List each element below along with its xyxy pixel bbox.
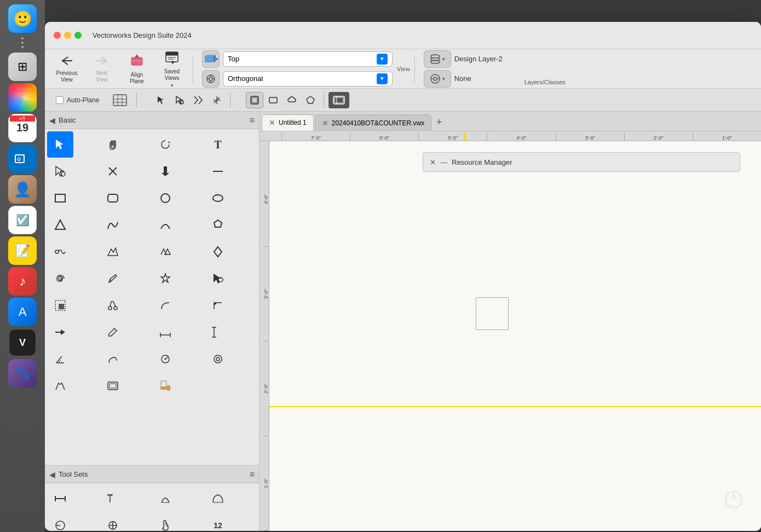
view-settings-icon-btn[interactable] [202,70,220,88]
tool-circle[interactable] [152,185,178,211]
dock-dots [21,35,24,50]
drawing-content: 4'-0" 3'-0" 2'-0" 1'-0" ✕ — Resource Man… [260,141,761,531]
tool-polygon[interactable] [205,212,231,238]
align-plane-button[interactable]: AlignPlane [120,51,153,87]
tool-bezier[interactable] [100,212,126,238]
view-3d-icon-btn[interactable]: ▾ [202,50,220,68]
tool-select2[interactable] [205,265,231,292]
maximize-button[interactable] [74,32,82,39]
tool-corner[interactable] [205,292,231,319]
auto-plane-checkbox[interactable] [56,96,64,104]
tool-paint[interactable] [152,373,178,399]
canvas[interactable]: ✕ — Resource Manager [269,141,761,531]
resource-manager-close-btn[interactable]: ✕ [430,158,436,166]
snap-btn-axis[interactable] [208,92,226,108]
toolset-number[interactable]: 12 [205,512,231,531]
tool-measure[interactable] [152,346,178,372]
snap-btn-arrows[interactable] [171,92,188,108]
tab-counter-close[interactable]: ✕ [322,119,328,127]
dock-launchpad[interactable]: ⊞ [8,53,37,81]
tool-arc[interactable] [152,212,178,238]
tools-menu-icon[interactable]: ≡ [250,115,255,125]
dock-contacts[interactable]: 👤 [8,175,37,204]
tools-sets-collapse-icon[interactable]: ◀ [49,470,55,479]
tool-ring[interactable] [205,346,231,372]
tab-untitled-close[interactable]: ✕ [269,119,275,126]
dock-reminders[interactable]: ☑️ [8,206,37,234]
toolset-circle[interactable] [47,512,73,531]
tool-select-arrow[interactable] [47,158,73,184]
dock-outlook[interactable]: O [8,144,37,173]
tool-pencil[interactable] [100,265,126,292]
dock-calendar[interactable]: 4月 19 [8,114,37,142]
toolset-dim-h[interactable] [47,485,73,512]
view-ortho-dropdown[interactable]: Orthogonal ▾ [223,71,393,86]
snap-btn-special[interactable] [328,92,349,108]
tool-eraser[interactable] [100,319,126,345]
tool-select-box[interactable] [47,292,73,319]
snap-btn-cloud[interactable] [283,92,301,108]
snap-btn-rect[interactable] [264,92,282,108]
ruler-v-4: 4'-0" [263,152,269,247]
dock-vectorworks[interactable]: V [8,328,37,357]
tool-spiral[interactable] [47,265,73,292]
tool-star[interactable] [152,265,178,292]
tool-cut[interactable] [100,292,126,319]
tool-rounded-rect[interactable] [100,185,126,211]
tool-arc2[interactable] [152,239,178,265]
tool-cross[interactable] [100,158,126,184]
tool-tv[interactable] [100,373,126,399]
dock-appstore[interactable]: A [8,298,37,326]
dock-notes[interactable]: 📝 [8,236,37,265]
tab-counter[interactable]: ✕ 20240410BOT&COUNTER.vwx [315,114,431,131]
tool-line[interactable] [205,158,231,184]
tool-dim-h[interactable] [152,319,178,345]
previous-view-button[interactable]: PreviousView [50,53,83,85]
tool-pointer[interactable] [47,131,73,158]
toolset-target[interactable] [100,512,126,531]
dock-finder[interactable]: 🙂 [8,4,37,33]
tool-ellipse[interactable] [205,185,231,211]
tool-rotate[interactable] [152,131,178,158]
toolset-arch[interactable] [205,485,231,512]
next-view-button[interactable]: NextView [85,53,118,85]
minimize-button[interactable] [64,32,71,39]
snap-btn-extend[interactable] [189,92,207,108]
tab-untitled[interactable]: ✕ Untitled 1 [262,114,314,131]
close-button[interactable] [54,32,61,39]
saved-views-button[interactable]: SavedViews ▾ [155,48,188,90]
layers-icon-btn[interactable]: ▾ [424,50,451,68]
snap-btn-polygon[interactable] [302,92,319,108]
tool-triangle[interactable] [47,212,73,238]
tool-freehand[interactable] [47,239,73,265]
tools-collapse-icon[interactable]: ◀ [49,116,55,125]
tool-text[interactable]: T [205,131,231,158]
grid-view-btn[interactable] [108,92,132,108]
dock-paw[interactable]: 🐾 [8,359,37,388]
classes-icon-btn[interactable]: ▾ [424,70,451,88]
snap-btn-group-move[interactable] [246,92,263,108]
view-top-dropdown[interactable]: Top ▾ [223,51,393,67]
tool-curve[interactable] [152,292,178,319]
toolset-hand[interactable] [152,512,178,531]
tool-rect[interactable] [47,185,73,211]
layers-row-1: ▾ Design Layer-2 [424,50,520,68]
tool-dim-v[interactable] [205,319,231,345]
tool-hand[interactable] [100,131,126,158]
tool-arc-dim[interactable] [100,346,126,372]
toolset-arc[interactable] [152,485,178,512]
tools-sets-menu-icon[interactable]: ≡ [250,470,255,479]
dock-music[interactable]: ♪ [8,267,37,296]
tool-arrow-right[interactable] [47,319,73,345]
resource-manager-minimize-btn[interactable]: — [440,158,447,166]
tool-diamond[interactable] [205,239,231,265]
tool-mountain[interactable] [100,239,126,265]
snap-btn-select[interactable] [152,92,170,108]
tab-add-button[interactable]: + [433,115,446,129]
ruler-mark-3: 3'-0" [556,133,624,141]
dock-photos[interactable] [8,83,37,112]
tool-measure2[interactable] [47,373,73,399]
tool-angle[interactable] [47,346,73,372]
toolset-dim-v[interactable] [100,485,126,512]
tool-down-arrow[interactable] [152,158,178,184]
